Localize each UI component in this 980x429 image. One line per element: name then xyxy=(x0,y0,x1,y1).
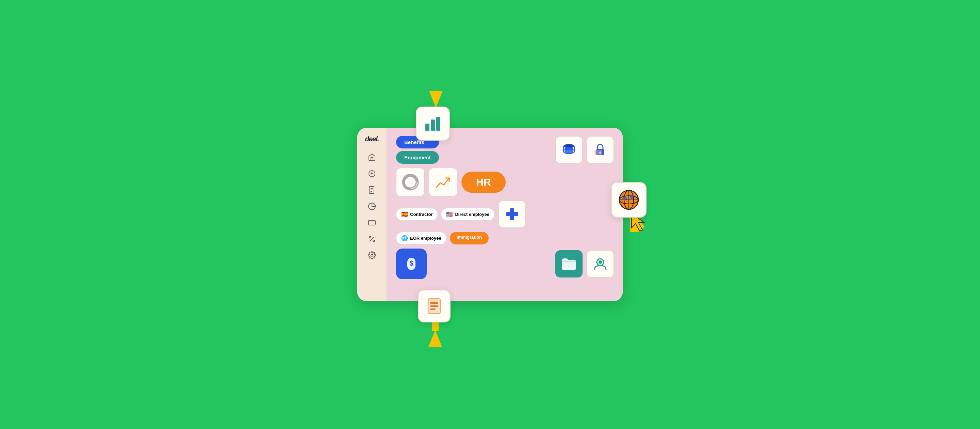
document-icon xyxy=(368,186,376,194)
svg-point-28 xyxy=(369,236,371,238)
svg-marker-16 xyxy=(428,330,442,347)
svg-line-27 xyxy=(369,237,374,241)
database-icon xyxy=(562,143,576,157)
eor-employee-button[interactable]: 🌐 EOR employee xyxy=(396,232,447,244)
dollar-icon: $ xyxy=(402,255,420,273)
home-icon xyxy=(368,153,376,161)
gear-icon xyxy=(368,251,376,260)
percent-icon xyxy=(368,235,376,243)
sidebar-item-percent[interactable] xyxy=(368,235,376,244)
trending-up-icon xyxy=(434,173,452,191)
logo: deel. xyxy=(365,135,379,143)
cross-icon xyxy=(504,206,520,222)
sidebar: deel. xyxy=(357,128,387,301)
svg-rect-15 xyxy=(430,308,436,310)
svg-text:$: $ xyxy=(409,260,413,267)
us-flag: 🇺🇸 xyxy=(446,211,453,218)
svg-rect-14 xyxy=(430,305,438,307)
document-lines-icon xyxy=(425,297,444,316)
sidebar-item-add[interactable] xyxy=(368,169,376,179)
svg-rect-17 xyxy=(432,321,439,331)
direct-employee-label: Direct employee xyxy=(455,212,489,217)
chart-pie-icon xyxy=(368,202,376,211)
svg-rect-2 xyxy=(436,117,440,131)
direct-employee-button[interactable]: 🇺🇸 Direct employee xyxy=(441,208,494,221)
sidebar-item-document[interactable] xyxy=(368,186,376,195)
spain-flag: 🇪🇸 xyxy=(401,211,408,218)
worker-type-pills: 🇪🇸 Contractor 🇺🇸 Direct employee xyxy=(396,208,495,221)
globe-chip xyxy=(611,182,646,218)
person-icon xyxy=(592,256,608,272)
lock-icon xyxy=(593,142,608,157)
lock-card[interactable] xyxy=(587,136,614,163)
folder-icon xyxy=(561,257,577,271)
document-chip xyxy=(418,290,450,322)
trending-card[interactable] xyxy=(429,168,457,196)
hr-button[interactable]: HR xyxy=(461,172,506,193)
sidebar-item-home[interactable] xyxy=(368,153,376,163)
card-icon xyxy=(368,218,376,227)
bar-chart-chip xyxy=(416,107,450,140)
svg-point-30 xyxy=(371,254,373,257)
svg-rect-42 xyxy=(506,212,518,216)
svg-point-35 xyxy=(565,150,573,153)
person-card[interactable] xyxy=(587,250,614,277)
sidebar-item-settings[interactable] xyxy=(368,251,376,261)
database-card[interactable] xyxy=(555,136,582,163)
donut-icon xyxy=(401,173,419,191)
cross-card[interactable] xyxy=(498,201,526,228)
eor-immigration-pills: 🌐 EOR employee Immigration xyxy=(396,232,488,244)
row-3: 🇪🇸 Contractor 🇺🇸 Direct employee xyxy=(396,201,614,228)
eor-flag: 🌐 xyxy=(401,235,408,241)
contractor-button[interactable]: 🇪🇸 Contractor xyxy=(396,208,438,221)
bottom-arrow xyxy=(423,320,447,348)
contractor-label: Contractor xyxy=(410,212,433,217)
sidebar-item-card[interactable] xyxy=(368,218,376,228)
row-5: $ xyxy=(396,249,614,279)
svg-point-47 xyxy=(598,260,602,264)
dollar-card[interactable]: $ xyxy=(396,249,427,279)
equipment-button[interactable]: Equipment xyxy=(396,151,439,164)
row-4: 🌐 EOR employee Immigration xyxy=(396,232,614,244)
nav-icons xyxy=(368,153,376,261)
window-container: deel. xyxy=(357,128,623,301)
svg-rect-25 xyxy=(369,220,375,225)
svg-point-29 xyxy=(373,240,375,242)
svg-rect-0 xyxy=(425,124,430,131)
svg-rect-38 xyxy=(595,150,602,155)
folder-card[interactable] xyxy=(555,250,582,277)
globe-icon xyxy=(618,189,640,211)
bar-chart-icon xyxy=(423,114,442,133)
svg-rect-13 xyxy=(430,302,438,304)
immigration-button[interactable]: Immigration xyxy=(450,232,488,244)
plus-icon xyxy=(368,169,376,178)
eor-employee-label: EOR employee xyxy=(410,236,441,241)
donut-card[interactable] xyxy=(396,168,425,196)
sidebar-item-analytics[interactable] xyxy=(368,202,376,212)
scene: deel. xyxy=(0,0,980,429)
app-window: deel. xyxy=(357,128,623,301)
svg-rect-1 xyxy=(431,120,435,131)
svg-marker-3 xyxy=(429,91,443,108)
row-2: HR xyxy=(396,168,614,196)
main-content: Benefits Equipment xyxy=(387,128,623,301)
